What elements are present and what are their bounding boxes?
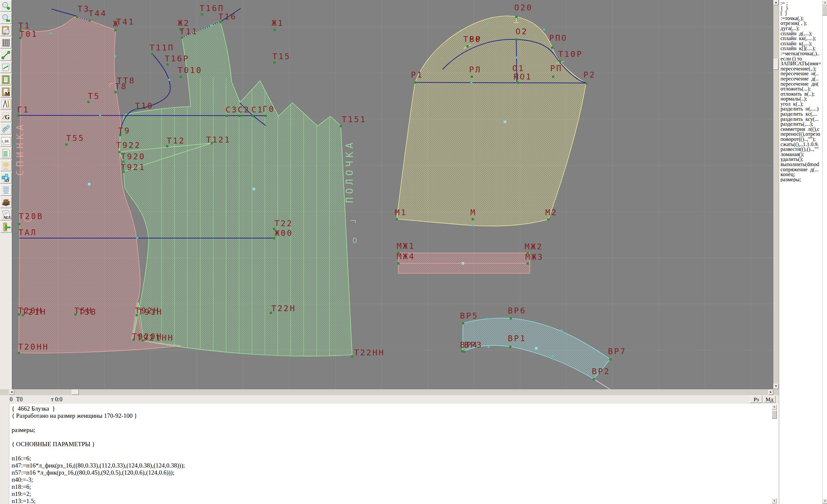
intermediate-point[interactable] xyxy=(210,24,212,27)
pattern-point[interactable] xyxy=(114,29,116,31)
i66-table-button[interactable]: i_66. xyxy=(0,135,12,147)
scroll-down-arrow[interactable]: ∨ xyxy=(823,499,827,504)
intermediate-point[interactable] xyxy=(136,237,138,239)
command-item[interactable]: { } xyxy=(780,6,822,11)
pattern-sheet-button[interactable] xyxy=(0,74,12,85)
intermediate-point[interactable] xyxy=(561,330,563,332)
pattern-point[interactable] xyxy=(397,262,400,265)
drawing-canvas[interactable]: СПИНКАПОЛОЧКАТ1Т01Т3Т44ЖТ41ТТ8Т8Т5Т55Г1Т… xyxy=(12,0,773,389)
intermediate-point[interactable] xyxy=(168,79,170,81)
canvas-hscrollbar[interactable]: ◄ ► xyxy=(0,389,779,395)
pattern-point[interactable] xyxy=(18,352,20,354)
hscroll-thumb[interactable] xyxy=(72,390,79,395)
intermediate-point[interactable] xyxy=(543,29,545,31)
pattern-point[interactable] xyxy=(166,63,168,65)
pattern-point[interactable] xyxy=(509,346,512,348)
command-item[interactable]: размеры; xyxy=(780,177,822,182)
pattern-point[interactable] xyxy=(264,115,267,117)
print-preview-button[interactable] xyxy=(0,25,12,36)
exit-button[interactable] xyxy=(0,221,12,233)
piece-center-point[interactable] xyxy=(535,347,538,350)
text-list-button[interactable] xyxy=(0,185,12,196)
pattern-point[interactable] xyxy=(510,317,512,319)
pattern-point[interactable] xyxy=(551,47,553,49)
pattern-point[interactable] xyxy=(87,101,90,103)
curve-sheet-button[interactable] xyxy=(0,62,12,73)
zoom-out-button[interactable] xyxy=(0,13,12,24)
intermediate-point[interactable] xyxy=(470,82,472,83)
canvas-vscrollbar[interactable]: ▲ ▼ xyxy=(773,0,779,389)
piece-center-point[interactable] xyxy=(88,183,91,186)
zoom-in-button[interactable] xyxy=(0,0,12,12)
scroll-down-arrow[interactable]: ∨ xyxy=(772,498,777,503)
scroll-up-arrow[interactable]: ▲ xyxy=(773,0,779,5)
intermediate-point[interactable] xyxy=(99,114,101,116)
intermediate-point[interactable] xyxy=(114,55,116,57)
sleeve-piece[interactable] xyxy=(397,16,586,226)
pattern-point[interactable] xyxy=(273,29,276,31)
pattern-point[interactable] xyxy=(18,223,20,225)
editor-scroll-thumb[interactable] xyxy=(772,410,777,419)
pattern-point[interactable] xyxy=(201,13,203,15)
measure-tape-button[interactable]: 7 8 xyxy=(0,123,12,135)
intermediate-point[interactable] xyxy=(486,318,487,320)
g-document-button[interactable]: G xyxy=(0,111,12,122)
pattern-point[interactable] xyxy=(351,355,353,358)
pattern-point[interactable] xyxy=(547,218,549,221)
pattern-point[interactable] xyxy=(273,61,276,64)
pattern-point[interactable] xyxy=(471,75,473,78)
pattern-point[interactable] xyxy=(527,262,529,265)
algorithm-button[interactable]: ALG xyxy=(0,209,12,220)
pattern-point[interactable] xyxy=(114,91,116,93)
md-button[interactable]: Мд xyxy=(763,396,776,403)
rz-button[interactable]: Рз xyxy=(750,396,763,403)
pattern-point[interactable] xyxy=(593,378,595,380)
pattern-point[interactable] xyxy=(515,39,518,41)
grid-button[interactable] xyxy=(0,37,12,48)
pattern-point[interactable] xyxy=(340,125,342,127)
books-button[interactable] xyxy=(0,197,12,208)
intermediate-point[interactable] xyxy=(487,346,489,348)
pattern-point[interactable] xyxy=(414,82,417,84)
intermediate-point[interactable] xyxy=(486,22,488,24)
pattern-point[interactable] xyxy=(585,82,587,84)
scroll-left-arrow[interactable]: ◄ xyxy=(9,390,14,395)
intermediate-point[interactable] xyxy=(50,32,52,34)
pattern-point[interactable] xyxy=(252,115,254,117)
pattern-point[interactable] xyxy=(118,151,120,153)
panel-scroll-thumb[interactable] xyxy=(823,6,827,15)
pattern-point[interactable] xyxy=(76,16,78,18)
piece-center-point[interactable] xyxy=(504,120,506,123)
pattern-point[interactable] xyxy=(467,45,469,48)
piece-center-point[interactable] xyxy=(461,262,464,265)
m-document-button[interactable]: M xyxy=(0,86,12,98)
pattern-point[interactable] xyxy=(396,218,398,220)
pattern-point[interactable] xyxy=(517,82,519,84)
panel-vscrollbar[interactable]: ∧ ∨ xyxy=(822,0,827,504)
pattern-point[interactable] xyxy=(17,114,19,117)
pattern-point[interactable] xyxy=(151,53,153,55)
intermediate-point[interactable] xyxy=(552,355,554,357)
piece-center-point[interactable] xyxy=(253,188,255,190)
pattern-point[interactable] xyxy=(472,218,474,220)
segment-button[interactable] xyxy=(0,49,12,61)
scroll-up-arrow[interactable]: ∧ xyxy=(823,0,827,5)
program-text-editor[interactable]: { 4662 Блузка }{ Разработано на размер ж… xyxy=(0,404,779,504)
pattern-point[interactable] xyxy=(238,115,241,117)
pattern-point[interactable] xyxy=(226,115,228,117)
pattern-point[interactable] xyxy=(461,350,463,352)
pattern-point[interactable] xyxy=(559,60,561,63)
portrait-button[interactable] xyxy=(0,160,12,171)
3d-view-button[interactable]: 3D xyxy=(0,172,12,184)
pattern-point[interactable] xyxy=(609,358,612,361)
scroll-right-arrow[interactable]: ► xyxy=(768,390,773,395)
pattern-point[interactable] xyxy=(180,75,182,78)
pattern-point[interactable] xyxy=(166,145,168,147)
scroll-up-arrow[interactable]: ∧ xyxy=(772,404,777,410)
intermediate-point[interactable] xyxy=(472,224,474,226)
pattern-point[interactable] xyxy=(463,351,465,353)
editor-vscrollbar[interactable]: ∧ ∨ xyxy=(772,404,777,504)
vscroll-thumb[interactable] xyxy=(773,59,779,70)
pattern-point[interactable] xyxy=(515,16,518,18)
drafting-tools-button[interactable] xyxy=(0,99,12,110)
